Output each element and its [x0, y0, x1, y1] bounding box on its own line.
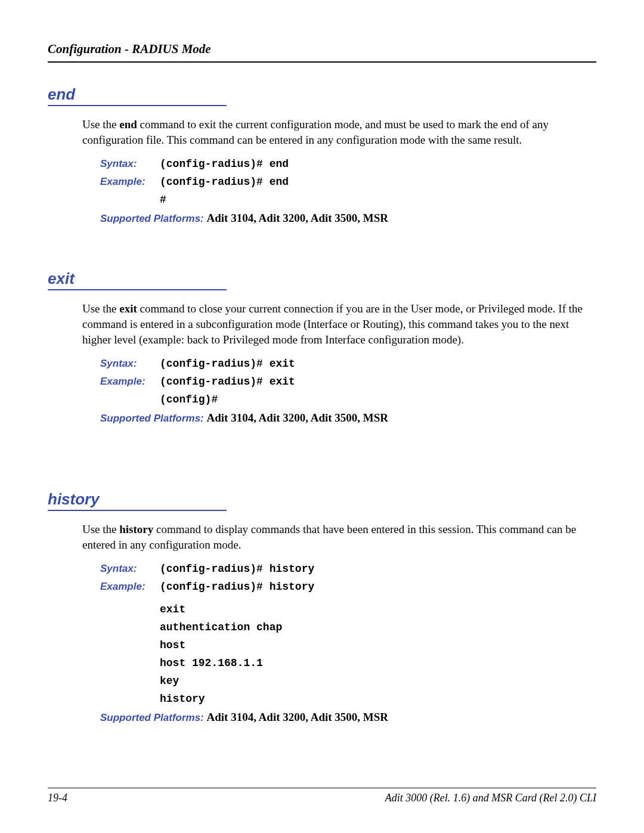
desc-bold: history — [119, 523, 153, 535]
section-title-history: history — [48, 490, 100, 510]
example-code: (config-radius)# exit — [160, 376, 295, 388]
syntax-label: Syntax: — [100, 158, 160, 170]
example-code: (config-radius)# history — [160, 581, 314, 593]
example-cont6: history — [160, 693, 596, 705]
desc-suffix: command to exit the current configuratio… — [82, 118, 549, 146]
header-rule — [48, 61, 596, 63]
example-row: Example: (config-radius)# exit — [100, 376, 596, 388]
footer-row: 19-4 Adit 3000 (Rel. 1.6) and MSR Card (… — [48, 792, 596, 804]
example-label: Example: — [100, 376, 160, 388]
example-code: (config-radius)# end — [160, 176, 289, 188]
doc-title: Adit 3000 (Rel. 1.6) and MSR Card (Rel 2… — [385, 792, 596, 804]
example-row: Example: (config-radius)# end — [100, 176, 596, 188]
description-history: Use the history command to display comma… — [82, 522, 596, 552]
platforms-row-exit: Supported Platforms: Adit 3104, Adit 320… — [100, 411, 596, 425]
example-label: Example: — [100, 581, 160, 593]
section-rule-exit — [48, 289, 227, 290]
example-row: Example: (config-radius)# history — [100, 581, 596, 593]
footer-rule — [48, 788, 596, 788]
code-block-exit: Syntax: (config-radius)# exit Example: (… — [100, 358, 596, 405]
desc-prefix: Use the — [82, 118, 119, 131]
syntax-code: (config-radius)# end — [160, 158, 289, 170]
section-rule-end — [48, 105, 227, 106]
section-exit: exit Use the exit command to close your … — [48, 270, 596, 425]
example-cont1: exit — [160, 603, 596, 615]
page-footer: 19-4 Adit 3000 (Rel. 1.6) and MSR Card (… — [48, 783, 596, 804]
syntax-code: (config-radius)# history — [160, 563, 314, 575]
section-title-exit: exit — [48, 270, 75, 289]
desc-prefix: Use the — [82, 302, 119, 315]
example-cont1: # — [160, 194, 596, 206]
section-history: history Use the history command to displ… — [48, 490, 596, 724]
example-cont1: (config)# — [160, 394, 596, 405]
page-container: Configuration - RADIUS Mode end Use the … — [0, 0, 644, 833]
section-body-exit: Use the exit command to close your curre… — [82, 301, 596, 425]
example-label: Example: — [100, 176, 160, 188]
syntax-row: Syntax: (config-radius)# history — [100, 563, 596, 575]
example-cont3: host — [160, 639, 596, 651]
platforms-value: Adit 3104, Adit 3200, Adit 3500, MSR — [207, 212, 389, 224]
desc-suffix: command to display commands that have be… — [82, 523, 576, 551]
example-cont5: key — [160, 675, 596, 687]
desc-bold: exit — [119, 302, 137, 315]
syntax-row: Syntax: (config-radius)# exit — [100, 358, 596, 370]
platforms-value: Adit 3104, Adit 3200, Adit 3500, MSR — [207, 711, 389, 723]
section-rule-history — [48, 510, 227, 511]
description-exit: Use the exit command to close your curre… — [82, 301, 596, 347]
desc-prefix: Use the — [82, 523, 119, 535]
desc-bold: end — [119, 118, 137, 131]
syntax-row: Syntax: (config-radius)# end — [100, 158, 596, 170]
example-cont2: authentication chap — [160, 621, 596, 633]
syntax-label: Syntax: — [100, 563, 160, 575]
example-cont4: host 192.168.1.1 — [160, 657, 596, 669]
platforms-label: Supported Platforms: — [100, 213, 207, 224]
syntax-code: (config-radius)# exit — [160, 358, 295, 370]
syntax-label: Syntax: — [100, 358, 160, 370]
code-block-end: Syntax: (config-radius)# end Example: (c… — [100, 158, 596, 206]
platforms-label: Supported Platforms: — [100, 413, 207, 424]
platforms-value: Adit 3104, Adit 3200, Adit 3500, MSR — [207, 411, 389, 424]
section-body-end: Use the end command to exit the current … — [82, 117, 596, 225]
platforms-label: Supported Platforms: — [100, 712, 207, 723]
desc-suffix: command to close your current connection… — [82, 302, 583, 345]
platforms-row-end: Supported Platforms: Adit 3104, Adit 320… — [100, 212, 596, 225]
platforms-row-history: Supported Platforms: Adit 3104, Adit 320… — [100, 711, 596, 724]
page-header-title: Configuration - RADIUS Mode — [48, 42, 596, 57]
description-end: Use the end command to exit the current … — [82, 117, 596, 147]
section-title-end: end — [48, 85, 75, 105]
code-block-history: Syntax: (config-radius)# history Example… — [100, 563, 596, 705]
section-end: end Use the end command to exit the curr… — [48, 85, 596, 225]
section-body-history: Use the history command to display comma… — [82, 522, 596, 724]
page-number: 19-4 — [48, 792, 67, 804]
